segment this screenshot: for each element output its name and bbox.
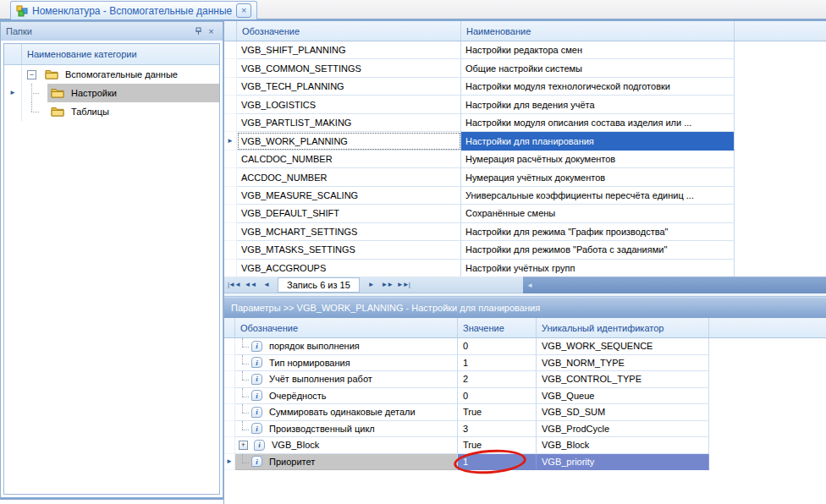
param-name-cell[interactable]: + i Учёт выполнения работ <box>235 371 458 388</box>
table-row[interactable]: ► VGB_DEFAULT_SHIFT Сохранённые смены <box>224 205 826 222</box>
table-row[interactable]: ► VGB_MCHART_SETTINGS Настройки для режи… <box>224 223 826 241</box>
tab-close-button[interactable]: × <box>236 3 251 18</box>
param-name-cell[interactable]: + i Производственный цикл <box>235 421 458 438</box>
designation-cell[interactable]: CALCDOC_NUMBER <box>237 151 461 168</box>
table-row[interactable]: ► VGB_WORK_PLANNING Настройки для планир… <box>224 132 826 150</box>
table-row[interactable]: ► + i Учёт выполнения работ 2 VGB_CONTRO… <box>224 371 826 388</box>
name-cell[interactable]: Настройки модуля описания состава издели… <box>461 114 735 132</box>
param-uid-cell[interactable]: VGB_WORK_SEQUENCE <box>537 338 709 355</box>
tree-item[interactable]: Настройки <box>47 84 219 102</box>
table-row[interactable]: ► VGB_COMMON_SETTINGS Общие настройки си… <box>224 59 826 77</box>
param-uid-cell[interactable]: VGB_CONTROL_TYPE <box>537 371 709 388</box>
nav-next-button[interactable]: ► <box>363 281 379 288</box>
expand-icon[interactable]: + <box>239 441 248 450</box>
designation-cell[interactable]: ACCDOC_NUMBER <box>237 168 461 186</box>
table-row[interactable]: ► VGB_LOGISTICS Настройки для ведения уч… <box>224 96 826 113</box>
designation-cell[interactable]: VGB_MCHART_SETTINGS <box>237 223 461 241</box>
tree-item[interactable]: Таблицы <box>47 102 219 121</box>
name-cell[interactable]: Универсальные коэффициенты пересчёта еди… <box>461 187 735 205</box>
nav-prev-button[interactable]: |◄◄ <box>226 281 242 288</box>
table-row[interactable]: ► VGB_ACCGROUPS Настройки учётных групп <box>224 260 826 277</box>
designation-cell[interactable]: VGB_PARTLIST_MAKING <box>237 114 461 132</box>
tree-column-header[interactable]: Наименование категории <box>22 44 219 64</box>
table-row[interactable]: ► + i Тип нормирования 1 VGB_NORM_TYPE <box>224 355 826 372</box>
designation-cell[interactable]: VGB_DEFAULT_SHIFT <box>237 205 461 222</box>
name-cell[interactable]: Настройки для планирования <box>461 132 735 150</box>
name-cell[interactable]: Нумерация расчётных документов <box>461 151 735 168</box>
param-name-cell[interactable]: + i Очерёдность <box>235 388 458 405</box>
table-row[interactable]: ► VGB_MEASURE_SCALING Универсальные коэф… <box>224 187 826 205</box>
name-cell[interactable]: Настройки редактора смен <box>461 41 735 59</box>
tree-header-row[interactable]: Наименование категории <box>4 44 219 65</box>
name-cell[interactable]: Настройки для режимов "Работа с заданиям… <box>461 241 735 259</box>
pin-button[interactable] <box>192 25 205 37</box>
designation-cell[interactable]: VGB_MTASKS_SETTINGS <box>237 241 461 259</box>
table-row[interactable]: ► + i порядок выполнения 0 VGB_WORK_SEQU… <box>224 338 826 355</box>
table-row[interactable]: ► + i Приоритет 1 VGB_priority <box>224 454 826 471</box>
param-uid-cell[interactable]: VGB_Queue <box>537 388 709 405</box>
param-value-cell[interactable]: 1 <box>458 355 537 372</box>
nav-next-button[interactable]: ►►| <box>395 281 411 288</box>
col-designation-header[interactable]: Обозначение <box>235 318 458 337</box>
table-row[interactable]: ► CALCDOC_NUMBER Нумерация расчётных док… <box>224 151 826 168</box>
designation-cell[interactable]: VGB_SHIFT_PLANNING <box>237 41 461 59</box>
nav-next-button[interactable]: ►► <box>379 281 395 288</box>
table-row[interactable]: ► + i VGB_Block True VGB_Block <box>224 437 826 454</box>
horizontal-scrollbar[interactable]: ◄ <box>523 277 826 293</box>
designation-cell[interactable]: VGB_TECH_PLANNING <box>237 78 461 96</box>
param-uid-cell[interactable]: VGB_NORM_TYPE <box>537 355 709 372</box>
param-value-cell[interactable]: 3 <box>458 421 537 438</box>
param-value-cell[interactable]: 0 <box>458 388 537 405</box>
tree-row[interactable]: ► Настройки <box>4 84 219 102</box>
collapse-icon[interactable]: − <box>27 70 36 79</box>
name-cell[interactable]: Общие настройки системы <box>461 59 735 77</box>
nav-prev-button[interactable]: ◄ <box>258 281 274 288</box>
table-row[interactable]: ► ACCDOC_NUMBER Нумерация учётных докуме… <box>224 168 826 186</box>
tree-item-label: Вспомогательные данные <box>65 69 178 79</box>
param-uid-cell[interactable]: VGB_SD_SUM <box>537 404 709 421</box>
param-value-cell[interactable]: 1 <box>458 454 537 471</box>
table-row[interactable]: ► + i Производственный цикл 3 VGB_ProdCy… <box>224 421 826 438</box>
param-value-cell[interactable]: 2 <box>458 371 537 388</box>
name-cell[interactable]: Настройки для ведения учёта <box>461 96 735 113</box>
param-value: 3 <box>463 424 468 434</box>
col-name-header[interactable]: Наименование <box>461 21 735 41</box>
table-row[interactable]: ► VGB_MTASKS_SETTINGS Настройки для режи… <box>224 241 826 259</box>
designation-cell[interactable]: VGB_LOGISTICS <box>237 96 461 113</box>
designation-cell[interactable]: VGB_ACCGROUPS <box>237 260 461 277</box>
param-uid-cell[interactable]: VGB_ProdCycle <box>537 421 709 438</box>
param-value-cell[interactable]: True <box>458 404 537 421</box>
tree-row[interactable]: ► Таблицы <box>4 102 219 121</box>
col-designation-header[interactable]: Обозначение <box>237 21 461 41</box>
tab-nomenclature[interactable]: Номенклатура - Вспомогательные данные × <box>10 1 257 19</box>
table-row[interactable]: ► VGB_SHIFT_PLANNING Настройки редактора… <box>224 41 826 59</box>
tree-rows: − Вспомогательные данные ► <box>4 65 219 121</box>
param-value-cell[interactable]: 0 <box>458 338 537 355</box>
col-uid-header[interactable]: Уникальный идентификатор <box>537 318 709 337</box>
designation-cell[interactable]: VGB_MEASURE_SCALING <box>237 187 461 205</box>
param-uid-cell[interactable]: VGB_Block <box>537 437 709 454</box>
nav-prev-button[interactable]: ◄◄ <box>242 281 258 288</box>
designation-cell[interactable]: VGB_WORK_PLANNING <box>237 132 461 150</box>
param-uid-cell[interactable]: VGB_priority <box>537 454 709 471</box>
table-row[interactable]: ► VGB_TECH_PLANNING Настройки модуля тех… <box>224 78 826 96</box>
panel-close-button[interactable]: × <box>205 25 218 37</box>
name-cell[interactable]: Сохранённые смены <box>461 205 735 222</box>
table-row[interactable]: ► + i Суммировать одинаковые детали True… <box>224 404 826 421</box>
name-cell[interactable]: Настройки учётных групп <box>461 260 735 277</box>
param-name-cell[interactable]: + i Приоритет <box>235 454 458 471</box>
designation-cell[interactable]: VGB_COMMON_SETTINGS <box>237 59 461 77</box>
param-name-cell[interactable]: + i Тип нормирования <box>235 355 458 372</box>
col-value-header[interactable]: Значение <box>458 318 537 337</box>
name-cell[interactable]: Настройки модуля технологической подгото… <box>461 78 735 96</box>
scroll-left-icon[interactable]: ◄ <box>523 282 537 289</box>
param-name-cell[interactable]: + i VGB_Block <box>235 437 458 454</box>
param-name-cell[interactable]: + i Суммировать одинаковые детали <box>235 404 458 421</box>
param-name-cell[interactable]: + i порядок выполнения <box>235 338 458 355</box>
table-row[interactable]: ► VGB_PARTLIST_MAKING Настройки модуля о… <box>224 114 826 132</box>
name-cell[interactable]: Настройки для режима "График производств… <box>461 223 735 241</box>
tree-row-root[interactable]: − Вспомогательные данные <box>4 65 219 84</box>
param-value-cell[interactable]: True <box>458 437 537 454</box>
name-cell[interactable]: Нумерация учётных документов <box>461 168 735 186</box>
table-row[interactable]: ► + i Очерёдность 0 VGB_Queue <box>224 388 826 405</box>
